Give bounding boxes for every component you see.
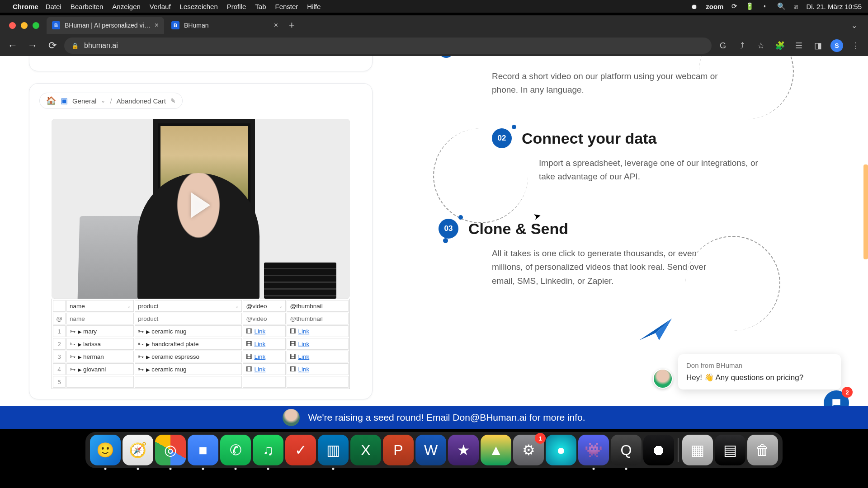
- cell-name[interactable]: 🗝▶herman: [66, 351, 134, 362]
- dock-quicktime[interactable]: Q: [611, 435, 642, 465]
- cell-thumbnail[interactable]: 🎞Link: [287, 363, 349, 375]
- app-name[interactable]: Chrome: [13, 3, 38, 10]
- wifi-icon[interactable]: ᯤ: [762, 3, 769, 10]
- chrome-menu-icon[interactable]: ⋮: [848, 38, 863, 53]
- bookmark-icon[interactable]: ☆: [753, 38, 769, 53]
- video-preview[interactable]: [52, 119, 350, 299]
- breadcrumb-page[interactable]: Abandoned Cart: [117, 97, 166, 105]
- battery-icon[interactable]: 🔋: [745, 2, 754, 10]
- dock-google-drive[interactable]: ▲: [481, 435, 511, 465]
- cell-thumbnail[interactable]: 🎞Link: [287, 351, 349, 362]
- zoom-menubar[interactable]: zoom: [706, 3, 723, 10]
- cell-thumbnail[interactable]: [287, 376, 349, 388]
- menu-hilfe[interactable]: Hilfe: [307, 3, 321, 10]
- menu-verlauf[interactable]: Verlauf: [150, 3, 171, 10]
- dock-powerpoint[interactable]: P: [383, 435, 414, 465]
- page-scrollbar[interactable]: [863, 164, 868, 259]
- minimize-window[interactable]: [21, 22, 28, 29]
- extensions-icon[interactable]: 🧩: [772, 38, 788, 53]
- menu-bearbeiten[interactable]: Bearbeiten: [71, 3, 104, 10]
- dock-whatsapp[interactable]: ✆: [220, 435, 251, 465]
- menu-lesezeichen[interactable]: Lesezeichen: [180, 3, 218, 10]
- dock-chrome[interactable]: ◎: [155, 435, 186, 465]
- google-lens-icon[interactable]: G: [715, 38, 731, 53]
- col-product[interactable]: product⌄: [135, 300, 242, 312]
- tab-search-icon[interactable]: ⌄: [851, 21, 857, 30]
- seed-round-banner[interactable]: We're raising a seed round! Email Don@BH…: [0, 406, 868, 429]
- dock-trash[interactable]: 🗑: [747, 435, 778, 465]
- share-icon[interactable]: ⤴: [734, 38, 750, 53]
- reload-button[interactable]: ⟳: [44, 38, 61, 54]
- dock-voice-memos[interactable]: ⏺: [643, 435, 674, 465]
- cell-name[interactable]: [66, 376, 134, 388]
- table-row[interactable]: 1🗝▶mary🗝▶ceramic mug🎞Link🎞Link: [53, 325, 349, 337]
- screen-record-icon[interactable]: ⏺: [691, 3, 698, 10]
- cell-video[interactable]: 🎞Link: [243, 363, 286, 375]
- reading-list-icon[interactable]: ☰: [791, 38, 807, 53]
- cell-video[interactable]: 🎞Link: [243, 338, 286, 350]
- dock-excel[interactable]: X: [350, 435, 381, 465]
- table-row[interactable]: 5: [53, 376, 349, 388]
- chat-bubble[interactable]: Don from BHuman Hey! 👋 Any questions on …: [678, 354, 841, 389]
- cell-name[interactable]: 🗝▶larissa: [66, 338, 134, 350]
- chevron-down-icon[interactable]: ⌄: [101, 98, 105, 104]
- cell-product[interactable]: 🗝▶ceramic espresso: [135, 351, 242, 362]
- side-panel-icon[interactable]: ◨: [810, 38, 826, 53]
- close-tab-icon[interactable]: ×: [274, 21, 278, 29]
- dock-zoom[interactable]: ■: [188, 435, 218, 465]
- dock-spotify[interactable]: ♫: [253, 435, 283, 465]
- cell-name[interactable]: 🗝▶giovanni: [66, 363, 134, 375]
- dock-settings[interactable]: ⚙1: [513, 435, 544, 465]
- forward-button[interactable]: →: [24, 38, 41, 54]
- control-center-icon[interactable]: ⎚: [794, 3, 798, 10]
- cell-product[interactable]: 🗝▶ceramic mug: [135, 363, 242, 375]
- spotlight-icon[interactable]: 🔍: [777, 2, 786, 10]
- menu-tab[interactable]: Tab: [255, 3, 266, 10]
- dock-word[interactable]: W: [415, 435, 446, 465]
- close-window[interactable]: [9, 22, 16, 29]
- folder-icon[interactable]: ▣: [61, 96, 68, 106]
- cell-product[interactable]: 🗝▶ceramic mug: [135, 325, 242, 337]
- new-tab-button[interactable]: +: [289, 19, 295, 31]
- cell-product[interactable]: 🗝▶handcrafted plate: [135, 338, 242, 350]
- cell-video[interactable]: [243, 376, 286, 388]
- data-table[interactable]: name⌄ product⌄ @video⌄ @thumbnail @ name…: [52, 299, 350, 389]
- close-tab-icon[interactable]: ×: [155, 21, 159, 29]
- table-row[interactable]: 4🗝▶giovanni🗝▶ceramic mug🎞Link🎞Link: [53, 363, 349, 375]
- col-name[interactable]: name⌄: [66, 300, 134, 312]
- back-button[interactable]: ←: [5, 38, 21, 54]
- menu-profile[interactable]: Profile: [227, 3, 246, 10]
- cell-thumbnail[interactable]: 🎞Link: [287, 325, 349, 337]
- breadcrumb-folder[interactable]: General: [72, 97, 96, 105]
- dock-todoist[interactable]: ✓: [285, 435, 316, 465]
- cell-video[interactable]: 🎞Link: [243, 325, 286, 337]
- play-icon[interactable]: [191, 192, 210, 218]
- fullscreen-window[interactable]: [33, 22, 39, 29]
- lock-icon[interactable]: 🔒: [71, 42, 79, 49]
- dock-trello[interactable]: ▥: [318, 435, 349, 465]
- profile-button[interactable]: S: [829, 38, 844, 53]
- menubar-clock[interactable]: Di. 21. März 10:55: [806, 3, 862, 10]
- tab-bhuman-landing[interactable]: B BHuman | AI personalized vide… ×: [47, 17, 164, 34]
- edit-icon[interactable]: ✎: [170, 97, 176, 104]
- dock-calculator[interactable]: ▦: [682, 435, 713, 465]
- cell-video[interactable]: 🎞Link: [243, 351, 286, 362]
- dock-siri[interactable]: ●: [546, 435, 576, 465]
- menu-datei[interactable]: Datei: [46, 3, 61, 10]
- dock-finder[interactable]: 🙂: [90, 435, 121, 465]
- table-row[interactable]: 2🗝▶larissa🗝▶handcrafted plate🎞Link🎞Link: [53, 338, 349, 350]
- cell-thumbnail[interactable]: 🎞Link: [287, 338, 349, 350]
- url-field[interactable]: 🔒 bhuman.ai: [64, 38, 712, 54]
- replay-icon[interactable]: ⟳: [731, 2, 737, 10]
- col-thumbnail[interactable]: @thumbnail: [287, 300, 349, 312]
- table-row[interactable]: 3🗝▶herman🗝▶ceramic espresso🎞Link🎞Link: [53, 351, 349, 362]
- dock-safari[interactable]: 🧭: [123, 435, 153, 465]
- home-icon[interactable]: 🏠: [46, 96, 56, 106]
- tab-bhuman-app[interactable]: B BHuman ×: [166, 17, 283, 34]
- dock-discord[interactable]: 👾: [578, 435, 609, 465]
- cell-product[interactable]: [135, 376, 242, 388]
- dock-imovie[interactable]: ★: [448, 435, 479, 465]
- dock-stocks[interactable]: ▤: [715, 435, 745, 465]
- menu-fenster[interactable]: Fenster: [275, 3, 298, 10]
- cell-name[interactable]: 🗝▶mary: [66, 325, 134, 337]
